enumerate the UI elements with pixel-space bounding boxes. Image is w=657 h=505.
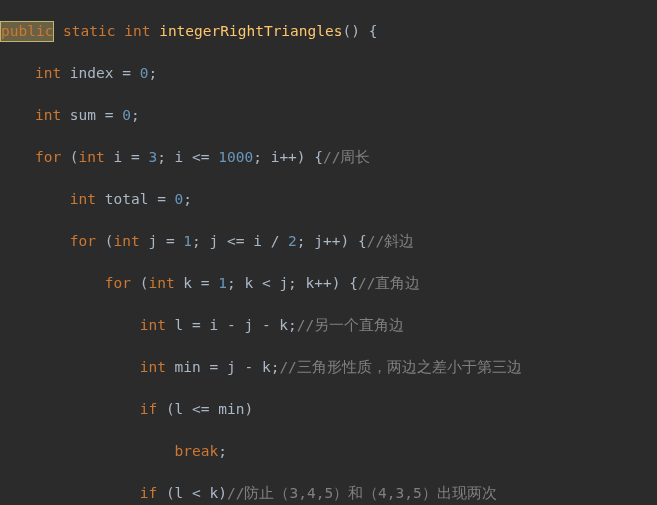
code-line[interactable]: int min = j - k;//三角形性质，两边之差小于第三边 bbox=[0, 357, 657, 378]
code-line[interactable]: public static int integerRightTriangles(… bbox=[0, 21, 657, 42]
code-line[interactable]: int l = i - j - k;//另一个直角边 bbox=[0, 315, 657, 336]
code-line[interactable]: int total = 0; bbox=[0, 189, 657, 210]
code-line[interactable]: for (int i = 3; i <= 1000; i++) {//周长 bbox=[0, 147, 657, 168]
selection-highlight: public bbox=[0, 21, 54, 42]
code-line[interactable]: break; bbox=[0, 441, 657, 462]
code-line[interactable]: int index = 0; bbox=[0, 63, 657, 84]
code-line[interactable]: for (int k = 1; k < j; k++) {//直角边 bbox=[0, 273, 657, 294]
code-line[interactable]: if (l < k)//防止（3,4,5）和（4,3,5）出现两次 bbox=[0, 483, 657, 504]
code-line[interactable]: int sum = 0; bbox=[0, 105, 657, 126]
code-line[interactable]: for (int j = 1; j <= i / 2; j++) {//斜边 bbox=[0, 231, 657, 252]
code-line[interactable]: if (l <= min) bbox=[0, 399, 657, 420]
code-editor[interactable]: public static int integerRightTriangles(… bbox=[0, 0, 657, 505]
